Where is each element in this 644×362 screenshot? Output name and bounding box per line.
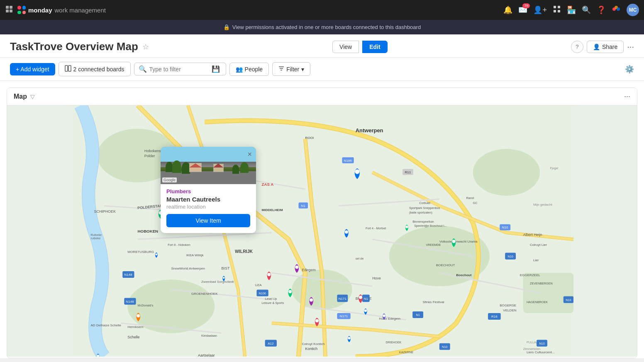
- svg-text:R16: R16: [491, 315, 498, 318]
- svg-rect-1: [10, 6, 12, 9]
- svg-text:BOGERSE: BOGERSE: [500, 304, 517, 307]
- popup-image: Google: [161, 147, 256, 184]
- filter-input[interactable]: [149, 66, 207, 73]
- svg-text:HOBOKEN: HOBOKEN: [138, 229, 159, 233]
- title-area: TaskTrove Overview Map ☆: [10, 40, 149, 53]
- svg-text:Zwembad Sorghvliedt: Zwembad Sorghvliedt: [201, 280, 234, 284]
- filter-input-wrap: 🔍 💾: [134, 63, 226, 75]
- edit-button[interactable]: Edit: [362, 41, 387, 53]
- help-icon[interactable]: ❓: [597, 5, 606, 15]
- share-label: Share: [602, 44, 617, 50]
- inbox-icon[interactable]: ✉️ 78: [518, 5, 527, 15]
- svg-text:Sportpark Sneppenbos: Sportpark Sneppenbos: [409, 206, 440, 210]
- permission-text: View permissions activated in one or mor…: [232, 24, 421, 30]
- svg-text:N10: N10: [566, 298, 571, 302]
- svg-point-144: [310, 298, 313, 301]
- svg-point-150: [137, 314, 140, 317]
- grid-menu-icon[interactable]: [5, 5, 13, 15]
- svg-text:N10: N10: [539, 342, 544, 345]
- view-button[interactable]: View: [332, 41, 359, 53]
- svg-text:N1: N1: [416, 313, 420, 317]
- map-filter-icon[interactable]: ▽: [30, 93, 35, 100]
- svg-text:N171: N171: [339, 297, 347, 301]
- app-subtitle: work management: [55, 7, 106, 14]
- map-background: N148 N177 A12 N1 N186 R11 N171 N10 Antwe…: [7, 105, 637, 357]
- add-widget-button[interactable]: + Add widget: [10, 63, 55, 75]
- favorite-icon[interactable]: ☆: [142, 42, 149, 51]
- search-icon[interactable]: 🔍: [582, 5, 591, 15]
- svg-text:ZEVENBERGEN: ZEVENBERGEN: [530, 282, 553, 285]
- color-picker-icon[interactable]: [612, 5, 621, 16]
- svg-text:Colruyt Lier: Colruyt Lier: [530, 243, 547, 247]
- svg-text:Zimmertoren: Zimmertoren: [523, 347, 540, 351]
- svg-point-149: [315, 319, 319, 323]
- share-icon: 👤: [593, 44, 600, 50]
- more-options-button[interactable]: ···: [627, 42, 634, 51]
- svg-text:Boechout: Boechout: [456, 273, 472, 277]
- svg-text:Lier: Lier: [533, 258, 539, 262]
- svg-text:Fort 8 - Hoboken: Fort 8 - Hoboken: [168, 243, 190, 247]
- svg-text:Aartselaar: Aartselaar: [198, 353, 215, 357]
- svg-text:Hemiksem: Hemiksem: [127, 325, 143, 329]
- svg-text:EGGERZEEL: EGGERZEEL: [520, 273, 541, 277]
- svg-point-18: [473, 149, 540, 196]
- svg-point-159: [223, 277, 225, 279]
- apps-icon[interactable]: [553, 5, 561, 15]
- svg-text:Colruyt Kontich: Colruyt Kontich: [302, 342, 325, 346]
- app-logo: monday work management: [17, 6, 106, 14]
- svg-text:N171: N171: [340, 314, 348, 318]
- svg-text:VREEMDE: VREEMDE: [426, 243, 441, 247]
- svg-text:N148: N148: [124, 273, 132, 277]
- nav-right: 🔔 ✉️ 78 👤+ 🏪 🔍 ❓ MC: [503, 4, 639, 16]
- popup-close-button[interactable]: ×: [247, 150, 252, 159]
- main-content: TaskTrove Overview Map ☆ View Edit ? 👤 S…: [0, 34, 644, 358]
- svg-text:ROOI: ROOI: [305, 136, 314, 140]
- user-avatar[interactable]: MC: [627, 4, 639, 16]
- people-button[interactable]: 👥 People: [229, 63, 269, 76]
- svg-text:WILRIJK: WILRIJK: [235, 249, 253, 254]
- svg-rect-4: [554, 6, 556, 8]
- marketplace-icon[interactable]: 🏪: [567, 5, 576, 15]
- filter-search-icon: 🔍: [139, 65, 147, 73]
- map-widget: Map ▽ ···: [7, 87, 637, 358]
- svg-point-140: [355, 169, 359, 174]
- svg-text:Level Up: Level Up: [265, 297, 277, 301]
- connected-boards-button[interactable]: 2 connected boards: [59, 62, 131, 76]
- filter-button[interactable]: Filter ▾: [272, 62, 310, 76]
- people-icon: 👥: [236, 66, 243, 73]
- svg-rect-0: [6, 6, 9, 9]
- svg-text:N1: N1: [301, 204, 306, 208]
- view-item-button[interactable]: View Item: [166, 214, 250, 227]
- svg-point-146: [359, 296, 362, 299]
- svg-rect-6: [554, 10, 556, 12]
- svg-text:MIDDELHEIM: MIDDELHEIM: [262, 208, 283, 212]
- svg-point-151: [452, 240, 456, 243]
- svg-text:N186: N186: [344, 159, 352, 163]
- svg-text:McDonald's: McDonald's: [138, 304, 154, 307]
- help-button[interactable]: ?: [571, 41, 583, 53]
- svg-text:SCHIPHOEK: SCHIPHOEK: [94, 209, 116, 214]
- filter-chevron-icon: ▾: [301, 66, 304, 73]
- save-filter-button[interactable]: 💾: [210, 65, 222, 73]
- invite-icon[interactable]: 👤+: [533, 5, 547, 15]
- boards-icon: [65, 65, 71, 73]
- map-more-button[interactable]: ···: [624, 92, 630, 101]
- svg-text:GC: GC: [473, 201, 478, 205]
- svg-point-153: [405, 226, 408, 228]
- svg-text:N10: N10: [442, 345, 447, 349]
- svg-text:Sfinks Festival: Sfinks Festival: [422, 300, 444, 304]
- map-area[interactable]: N148 N177 A12 N1 N186 R11 N171 N10 Antwe…: [7, 105, 637, 357]
- nav-left: monday work management: [5, 5, 106, 15]
- svg-text:Ranst: Ranst: [466, 196, 474, 200]
- svg-text:UZA: UZA: [255, 283, 262, 287]
- map-title-area: Map ▽: [14, 93, 35, 100]
- svg-text:Kontich: Kontich: [305, 347, 318, 351]
- settings-button[interactable]: ⚙️: [625, 65, 634, 74]
- svg-text:Albert Heijn: Albert Heijn: [523, 233, 542, 237]
- svg-text:N1: N1: [364, 297, 368, 301]
- notification-icon[interactable]: 🔔: [503, 5, 512, 15]
- svg-text:Schelle: Schelle: [127, 335, 139, 339]
- svg-point-155: [348, 337, 350, 339]
- svg-text:Hubo Edegem: Hubo Edegem: [379, 317, 400, 321]
- share-button[interactable]: 👤 Share: [587, 41, 624, 53]
